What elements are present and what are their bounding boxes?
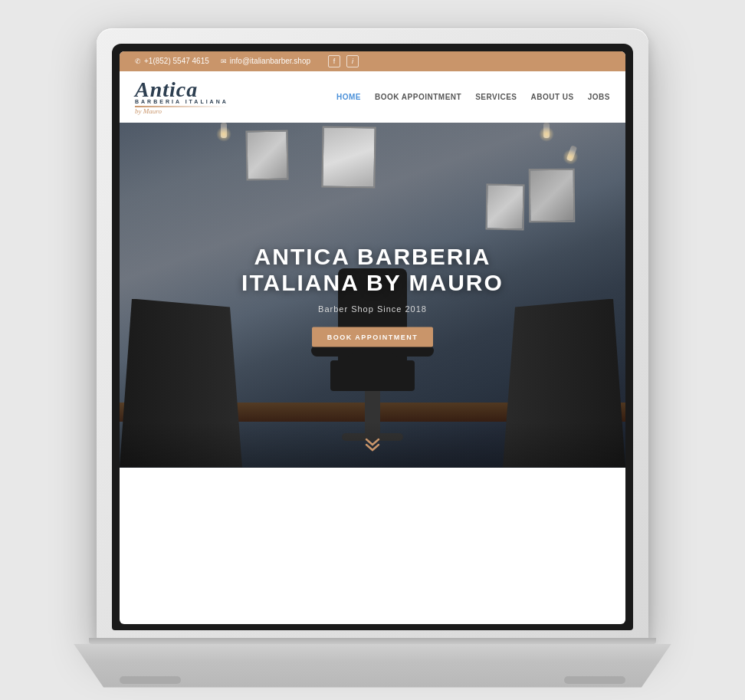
- chair-seat: [330, 360, 415, 391]
- nav-book-appointment[interactable]: BOOK APPOINTMENT: [375, 93, 461, 101]
- hero-title-line1: ANTICA BARBERIA: [254, 243, 491, 268]
- hero-title-line2: ITALIANA BY MAURO: [241, 270, 504, 295]
- nav-links: HOME BOOK APPOINTMENT SERVICES ABOUT US …: [336, 93, 610, 101]
- laptop-base: [74, 638, 671, 688]
- hero-subtitle: Barber Shop Since 2018: [170, 304, 575, 313]
- email-icon: ✉: [221, 58, 227, 65]
- facebook-icon[interactable]: f: [328, 55, 340, 67]
- wall-picture-4: [485, 183, 524, 230]
- wall-picture-3: [529, 168, 576, 222]
- wall-picture-1: [245, 130, 288, 180]
- laptop-hinge: [89, 638, 656, 644]
- phone-number: +1(852) 5547 4615: [144, 57, 209, 65]
- laptop-body: ✆ +1(852) 5547 4615 ✉ info@italianbarber…: [97, 28, 648, 642]
- nav-home[interactable]: HOME: [336, 93, 361, 101]
- ceiling-light-2: [543, 123, 550, 138]
- email-info: ✉ info@italianbarber.shop: [221, 57, 310, 65]
- phone-icon: ✆: [135, 58, 141, 65]
- wall-picture-1-inner: [247, 131, 287, 179]
- screen: ✆ +1(852) 5547 4615 ✉ info@italianbarber…: [120, 51, 625, 624]
- logo-script-text: by Mauro: [135, 107, 162, 115]
- laptop-wrapper: ✆ +1(852) 5547 4615 ✉ info@italianbarber…: [74, 13, 671, 688]
- hero-title: ANTICA BARBERIA ITALIANA BY MAURO: [170, 243, 575, 296]
- top-bar: ✆ +1(852) 5547 4615 ✉ info@italianbarber…: [120, 51, 625, 71]
- chevron-down-icon: [363, 437, 382, 452]
- screen-bezel: ✆ +1(852) 5547 4615 ✉ info@italianbarber…: [112, 44, 633, 630]
- light-glow-2: [539, 127, 554, 142]
- navigation: Antica BARBERIA ITALIANA by Mauro HOME B…: [120, 71, 625, 123]
- logo-sub-text: BARBERIA ITALIANA: [135, 99, 228, 104]
- nav-jobs[interactable]: JOBS: [588, 93, 610, 101]
- scroll-indicator[interactable]: [363, 437, 382, 456]
- light-glow-1: [216, 127, 231, 142]
- hero-content: ANTICA BARBERIA ITALIANA BY MAURO Barber…: [170, 243, 575, 347]
- laptop-foot-left: [120, 676, 181, 684]
- logo-main-text: Antica: [135, 79, 198, 100]
- wall-picture-2: [321, 126, 376, 188]
- wall-picture-3-inner: [530, 169, 574, 220]
- wall-picture-4-inner: [487, 185, 523, 228]
- hero-cta-button[interactable]: BOOK APPOINTMENT: [312, 327, 434, 347]
- email-address: info@italianbarber.shop: [230, 57, 310, 65]
- wall-picture-2-inner: [323, 127, 374, 186]
- logo[interactable]: Antica BARBERIA ITALIANA by Mauro: [135, 79, 228, 115]
- laptop-foot-right: [564, 676, 625, 684]
- instagram-icon[interactable]: i: [346, 55, 359, 67]
- nav-about-us[interactable]: ABOUT US: [531, 93, 574, 101]
- nav-services[interactable]: SERVICES: [475, 93, 517, 101]
- social-links: f i: [328, 55, 359, 67]
- hero-section: ANTICA BARBERIA ITALIANA BY MAURO Barber…: [120, 123, 625, 468]
- phone-info: ✆ +1(852) 5547 4615: [135, 57, 209, 65]
- ceiling-light-1: [221, 123, 227, 138]
- laptop-bottom: [74, 644, 671, 688]
